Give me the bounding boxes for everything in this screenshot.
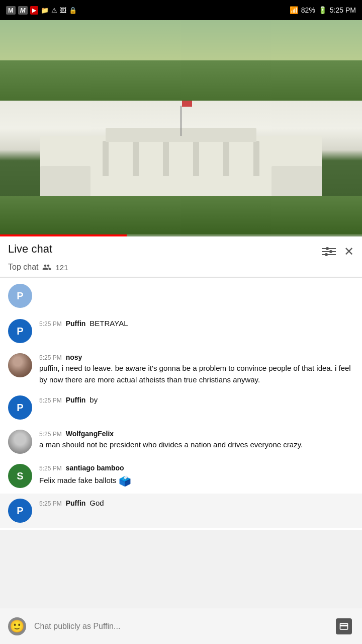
app-icon-image: 🖼 [60, 7, 66, 14]
chat-message: P 5:25 PM Puffin God [0, 494, 362, 528]
app-icon-m2: M [18, 6, 28, 15]
wifi-icon: 📶 [290, 6, 298, 14]
chat-messages-area: P 5:25 PM Puffin BETRAYAL 5:25 PM nosy p… [0, 312, 362, 530]
message-time: 5:25 PM [39, 320, 62, 328]
viewer-count: 121 [55, 263, 68, 272]
avatar-letter: P [17, 326, 23, 337]
message-content: 5:25 PM nosy puffin, i need to leave. be… [39, 353, 354, 385]
message-meta: 5:25 PM Puffin by [39, 395, 354, 404]
viewer-icon [42, 263, 51, 272]
message-content: 5:25 PM Puffin God [39, 499, 354, 509]
send-icon [336, 618, 352, 634]
message-author: WolfgangFelix [66, 430, 114, 438]
message-time: 5:25 PM [39, 397, 62, 404]
video-progress-bar[interactable] [0, 234, 362, 236]
avatar [8, 353, 32, 377]
message-content: 5:25 PM Puffin BETRAYAL [39, 319, 354, 329]
app-icon-folder: 📁 [41, 7, 49, 14]
ballot-emoji: 🗳️ [119, 475, 131, 487]
battery-percentage: 82% [301, 6, 315, 14]
app-icon-yt: ▶ [30, 6, 38, 15]
message-meta: 5:25 PM WolfgangFelix [39, 430, 354, 438]
message-meta: 5:25 PM santiago bamboo [39, 464, 354, 472]
avatar-partial: P [8, 284, 32, 308]
filter-icon[interactable] [322, 245, 336, 259]
message-text: by [89, 395, 98, 404]
close-icon[interactable]: ✕ [344, 245, 354, 259]
message-text: a man should not be president who divide… [39, 440, 303, 449]
message-author: Puffin [66, 319, 86, 328]
chat-message: P 5:25 PM Puffin by [0, 390, 362, 425]
message-content: 5:25 PM WolfgangFelix a man should not b… [39, 430, 354, 451]
send-button[interactable] [332, 614, 356, 638]
message-time: 5:25 PM [39, 354, 62, 361]
chat-sub-header: Top chat 121 [8, 263, 354, 277]
chat-message: S 5:25 PM santiago bamboo Felix made fak… [0, 459, 362, 494]
video-progress-fill [0, 234, 127, 236]
avatar [8, 430, 32, 454]
message-text: BETRAYAL [89, 319, 128, 328]
chat-header-controls: ✕ [322, 245, 354, 259]
message-text: puffin, i need to leave. be aware it's g… [39, 364, 351, 384]
message-meta: 5:25 PM Puffin BETRAYAL [39, 319, 354, 328]
message-text: Felix made fake ballots 🗳️ [39, 476, 131, 485]
avatar: P [8, 499, 32, 523]
status-icons-left: M M ▶ 📁 ⚠ 🖼 🔒 [6, 6, 77, 15]
app-icon-m1: M [6, 6, 16, 15]
avatar-letter: P [17, 505, 23, 517]
chat-message: 5:25 PM WolfgangFelix a man should not b… [0, 425, 362, 459]
chat-message: P 5:25 PM Puffin BETRAYAL [0, 314, 362, 348]
avatar-letter: S [17, 470, 23, 482]
chat-title: Live chat [8, 243, 52, 256]
app-icon-lock: 🔒 [69, 7, 77, 14]
status-bar: M M ▶ 📁 ⚠ 🖼 🔒 📶 82% 🔋 5:25 PM [0, 0, 362, 20]
message-meta: 5:25 PM nosy [39, 353, 354, 361]
message-author: Puffin [66, 396, 86, 404]
message-author: santiago bamboo [66, 464, 124, 472]
battery-icon: 🔋 [318, 6, 327, 14]
avatar: P [8, 395, 32, 420]
app-icon-alert: ⚠ [51, 7, 57, 14]
chat-message: 5:25 PM nosy puffin, i need to leave. be… [0, 348, 362, 390]
message-time: 5:25 PM [39, 465, 62, 472]
message-content: 5:25 PM santiago bamboo Felix made fake … [39, 464, 354, 489]
message-time: 5:25 PM [39, 500, 62, 507]
video-player[interactable] [0, 20, 362, 236]
avatar: P [8, 319, 32, 343]
message-author: nosy [66, 353, 82, 361]
status-indicators-right: 📶 82% 🔋 5:25 PM [290, 6, 356, 14]
emoji-face-icon: 🙂 [8, 617, 26, 635]
message-content: 5:25 PM Puffin by [39, 395, 354, 406]
chat-header: Live chat ✕ Top chat 121 [0, 236, 362, 277]
top-chat-label: Top chat [8, 263, 38, 272]
chat-text-input[interactable] [34, 615, 326, 637]
avatar: S [8, 464, 32, 488]
chat-input-bar: 🙂 [0, 608, 362, 644]
message-text: God [89, 499, 104, 507]
message-author: Puffin [66, 499, 86, 507]
message-meta: 5:25 PM Puffin God [39, 499, 354, 507]
time-display: 5:25 PM [330, 6, 356, 14]
message-time: 5:25 PM [39, 431, 62, 438]
emoji-button[interactable]: 🙂 [6, 615, 28, 637]
avatar-letter: P [17, 402, 23, 414]
